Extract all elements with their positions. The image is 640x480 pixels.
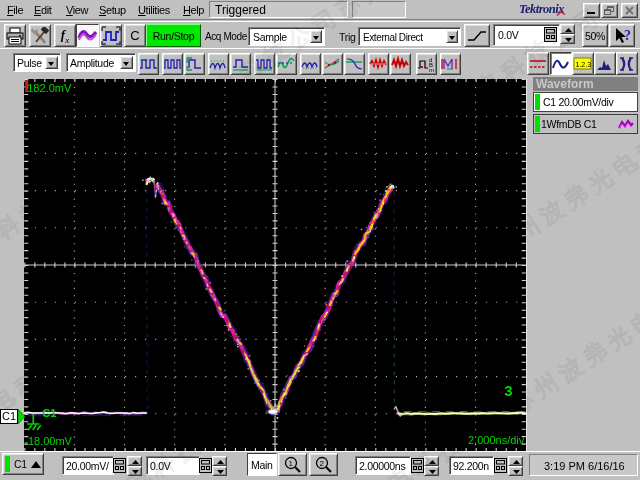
svg-text:2: 2 [319,459,324,468]
svg-text:-18.00mV: -18.00mV [24,435,72,447]
svg-text:1: 1 [288,459,293,468]
svg-text:?: ? [624,28,631,43]
svg-text:C1: C1 [42,407,56,419]
svg-text:1.2.3: 1.2.3 [576,60,592,67]
svg-text:3: 3 [504,382,512,399]
svg-text:2.000ns/div: 2.000ns/div [468,434,525,446]
svg-text:182.0mV: 182.0mV [27,82,72,94]
svg-text:m: m [429,67,434,73]
